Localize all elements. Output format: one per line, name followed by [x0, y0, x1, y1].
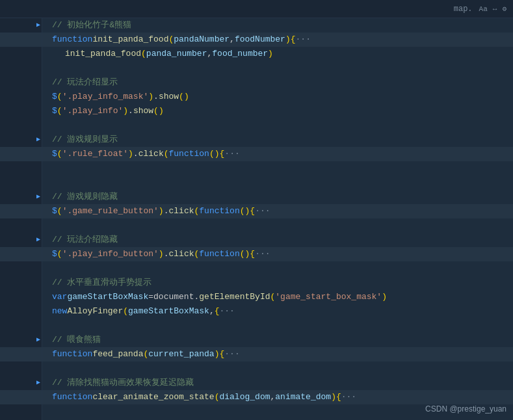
gutter-line [0, 276, 42, 290]
gutter-line [0, 361, 42, 376]
fold-arrow-icon[interactable]: ▶ [36, 333, 40, 347]
code-line: $('.play_info_button').click(function ()… [42, 247, 513, 261]
code-line: // 初始化竹子&熊猫 [42, 18, 513, 33]
editor-container: ▶▶▶▶▶▶ // 初始化竹子&熊猫function init_panda_fo… [0, 18, 513, 420]
gutter-line: ▶ [0, 233, 42, 247]
gutter-line [0, 47, 42, 61]
gutter-line [0, 104, 42, 118]
fold-arrow-icon[interactable]: ▶ [36, 133, 40, 147]
code-line [42, 118, 513, 133]
gutter-line [0, 261, 42, 276]
gutter-line [0, 147, 42, 161]
gutter-line: ▶ [0, 18, 42, 33]
filename: map. [454, 5, 473, 14]
code-line: // 喂食熊猫 [42, 333, 513, 347]
code-line: // 玩法介绍显示 [42, 75, 513, 90]
code-line: // 游戏规则隐藏 [42, 190, 513, 204]
gutter-line [0, 347, 42, 361]
gutter-line [0, 75, 42, 90]
code-line: // 清除找熊猫动画效果恢复延迟隐藏 [42, 376, 513, 390]
fold-arrow-icon[interactable]: ▶ [36, 376, 40, 390]
code-line: var gameStartBoxMask = document.getEleme… [42, 290, 513, 304]
code-line: // 水平垂直滑动手势提示 [42, 276, 513, 290]
wrap-icon[interactable]: ↔ [493, 5, 497, 13]
fold-arrow-icon[interactable]: ▶ [36, 18, 40, 33]
gutter-line [0, 33, 42, 47]
code-line: $('.rule_float').click(function () { ··· [42, 147, 513, 161]
fold-arrow-icon[interactable]: ▶ [36, 190, 40, 204]
gutter-line [0, 304, 42, 319]
gutter-line: ▶ [0, 333, 42, 347]
code-line [42, 218, 513, 233]
code-line: $('.play_info_mask').show() [42, 90, 513, 104]
font-icon[interactable]: Aa [479, 5, 488, 13]
code-line [42, 176, 513, 190]
settings-icon[interactable]: ⚙ [502, 5, 506, 13]
code-line [42, 361, 513, 376]
gutter-line [0, 247, 42, 261]
code-line [42, 61, 513, 75]
gutter-line [0, 319, 42, 333]
code-line: // 玩法介绍隐藏 [42, 233, 513, 247]
gutter-line [0, 290, 42, 304]
code-area[interactable]: // 初始化竹子&熊猫function init_panda_food(pand… [42, 18, 513, 420]
gutter-line: ▶ [0, 376, 42, 390]
code-line: function clear_animate_zoom_state(dialog… [42, 390, 513, 404]
code-line: new AlloyFinger(gameStartBoxMask, { ··· [42, 304, 513, 319]
gutter: ▶▶▶▶▶▶ [0, 18, 42, 420]
fold-arrow-icon[interactable]: ▶ [36, 233, 40, 247]
code-line: init_panda_food(panda_number, food_numbe… [42, 47, 513, 61]
code-line: $('.game_rule_button').click(function ()… [42, 204, 513, 218]
gutter-line [0, 176, 42, 190]
gutter-line [0, 161, 42, 176]
gutter-line [0, 404, 42, 419]
code-line [42, 261, 513, 276]
code-line: // 游戏规则显示 [42, 133, 513, 147]
top-bar-icons: Aa ↔ ⚙ [479, 5, 506, 13]
gutter-line [0, 118, 42, 133]
gutter-line [0, 61, 42, 75]
code-line [42, 404, 513, 419]
code-line: function init_panda_food(pandaNumber, fo… [42, 33, 513, 47]
code-line [42, 319, 513, 333]
code-line [42, 161, 513, 176]
gutter-line [0, 90, 42, 104]
code-line: $('.play_info').show() [42, 104, 513, 118]
gutter-line [0, 218, 42, 233]
gutter-line [0, 204, 42, 218]
gutter-line: ▶ [0, 190, 42, 204]
top-bar: map. Aa ↔ ⚙ [0, 0, 513, 18]
gutter-line: ▶ [0, 133, 42, 147]
code-line: function feed_panda(current_panda) { ··· [42, 347, 513, 361]
gutter-line [0, 390, 42, 404]
